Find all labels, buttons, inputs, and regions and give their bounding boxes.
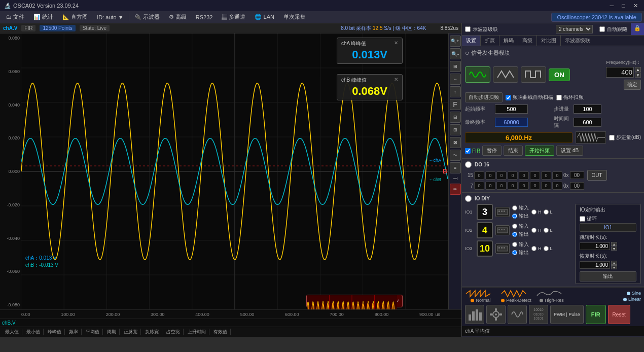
svg-rect-9 — [498, 247, 500, 249]
auto-follow-label: 自动跟随 — [607, 26, 627, 33]
freq-up-btn[interactable]: ▲ — [635, 67, 641, 72]
pause-btn[interactable]: 暂停 — [482, 146, 502, 156]
grid-btn[interactable]: ⊞ — [450, 61, 461, 72]
do16-cell[interactable]: 0 — [496, 182, 507, 190]
freq-down-btn[interactable]: ▼ — [635, 73, 641, 78]
do16-cell[interactable]: 0 — [552, 171, 562, 180]
duration-down[interactable]: ▼ — [611, 247, 617, 251]
menu-rs232[interactable]: RS232 — [192, 13, 217, 21]
do16-radio[interactable] — [465, 161, 472, 168]
add-btn[interactable]: ⊞ — [450, 124, 461, 135]
do16-cell[interactable]: 0 — [485, 171, 495, 180]
do16-cell[interactable]: 0 — [541, 182, 551, 190]
channels-select[interactable]: 2 channels — [556, 25, 593, 33]
erase-btn[interactable]: ✏ — [450, 184, 461, 195]
tab-advanced[interactable]: 高级 — [518, 36, 537, 46]
tab-settings[interactable]: 设置 — [462, 36, 481, 46]
auto-sweep-btn[interactable]: 自动步进扫频 — [465, 92, 503, 102]
resume-up[interactable]: ▲ — [611, 261, 617, 265]
minimize-btn[interactable]: ─ — [608, 3, 616, 9]
menu-id[interactable]: ID: auto ▼ — [93, 13, 127, 21]
normal-mode[interactable]: Normal — [465, 290, 496, 303]
cha-peak-close[interactable]: ✕ — [394, 40, 398, 47]
menu-single-acq[interactable]: 单次采集 — [279, 12, 310, 22]
grid3-btn[interactable]: ≡ — [450, 162, 461, 173]
step-db-check[interactable]: 步进量(dB) — [609, 134, 641, 141]
tab-cascade[interactable]: 示波器级联 — [561, 36, 594, 46]
on-button[interactable]: ON — [549, 68, 570, 81]
menu-multichannel[interactable]: ▦ 多通道 — [218, 12, 249, 22]
wave-triangle-btn[interactable] — [493, 66, 518, 83]
start-freq-input[interactable] — [495, 104, 528, 114]
grid2-btn[interactable]: ⊟ — [450, 112, 461, 123]
do16-cell[interactable]: 0 — [519, 171, 529, 180]
wave-square-btn[interactable] — [521, 66, 546, 83]
lock-btn[interactable]: 🔒 — [631, 23, 644, 35]
set-db-btn[interactable]: 设置 dB — [556, 146, 583, 156]
menu-stats[interactable]: 📊 统计 — [29, 12, 57, 22]
auto-follow-checkbox[interactable] — [599, 26, 605, 32]
tab-compare[interactable]: 对比图 — [537, 36, 561, 46]
wave-sine-btn[interactable] — [465, 66, 490, 83]
do16-cell[interactable]: 0 — [530, 171, 540, 180]
do16-cell[interactable]: 0 — [508, 171, 518, 180]
high-res-mode[interactable]: High-Res — [536, 290, 567, 303]
do16-cell[interactable]: 0 — [496, 171, 507, 180]
do16-cell[interactable]: 0 — [552, 182, 562, 190]
do16-cell[interactable]: 0 — [474, 182, 484, 190]
do16-hex2[interactable] — [570, 182, 584, 190]
peak-detect-mode[interactable]: Peak-Detect — [500, 290, 532, 303]
freq-curve-check[interactable]: 频响曲线自动扫描 — [506, 94, 553, 101]
end-freq-input[interactable] — [495, 118, 528, 127]
menu-lan[interactable]: 🌐 LAN — [251, 13, 278, 21]
do16-cell[interactable]: 0 — [474, 171, 484, 180]
do16-cell[interactable]: 0 — [530, 182, 540, 190]
measure-btn[interactable]: F — [450, 99, 461, 110]
start-sweep-btn[interactable]: 开始扫频 — [525, 146, 554, 156]
do16-cell[interactable]: 0 — [519, 182, 529, 190]
gear-btn[interactable] — [486, 305, 506, 324]
end-btn[interactable]: 结束 — [504, 146, 523, 156]
fir-checkbox[interactable]: FIR — [465, 148, 480, 154]
duration-input[interactable] — [580, 242, 610, 250]
waveform-canvas[interactable]: chA 峰峰值 ✕ 0.013V chB 峰峰值 ✕ 0.068V — [21, 33, 448, 309]
cursor-v-btn[interactable]: ↕ — [450, 86, 461, 97]
menu-file[interactable]: 🗂 文件 — [2, 12, 28, 22]
zoom-in-btn[interactable]: 🔍+ — [450, 36, 461, 47]
duration-up[interactable]: ▲ — [611, 242, 617, 246]
menu-histogram[interactable]: 📐 直方图 — [58, 12, 92, 22]
do16-cell[interactable]: 0 — [541, 171, 551, 180]
cursor-h-btn[interactable]: ↔ — [450, 74, 461, 85]
menu-oscilloscope[interactable]: 🔌 示波器 — [130, 12, 164, 22]
bar-chart-btn[interactable] — [465, 305, 484, 324]
freq-value-input[interactable] — [606, 67, 634, 78]
wave-shape-btn[interactable] — [508, 305, 527, 324]
pwm-pulse-btn[interactable]: PWM | Pulse — [550, 305, 584, 324]
binary-btn[interactable]: 100100101010101 — [529, 305, 548, 324]
resume-down[interactable]: ▼ — [611, 265, 617, 269]
io-output-btn[interactable]: 输出 — [580, 271, 636, 281]
menu-advanced[interactable]: ⚙ 高级 — [165, 12, 191, 22]
fir-btn[interactable]: FIR — [586, 305, 606, 324]
do16-cell[interactable]: 0 — [485, 182, 495, 190]
radio-signal-gen[interactable]: ○ — [465, 49, 469, 57]
do16-cell[interactable]: 0 — [508, 182, 518, 190]
sub-btn[interactable]: ⊠ — [450, 137, 461, 148]
resume-input[interactable] — [580, 261, 610, 269]
do16-hex1[interactable] — [570, 171, 584, 179]
maximize-btn[interactable]: □ — [620, 3, 627, 9]
interval-input[interactable] — [574, 118, 601, 127]
out-btn[interactable]: OUT — [587, 170, 607, 181]
wave-btn[interactable]: 〜 — [450, 150, 461, 161]
reset-btn[interactable]: Reset — [608, 305, 630, 324]
oscilloscope-cascade-checkbox[interactable] — [465, 26, 471, 32]
step-input[interactable] — [574, 104, 601, 114]
zoom-out-btn[interactable]: 🔍- — [450, 48, 461, 59]
tab-decode[interactable]: 解码 — [499, 36, 518, 46]
tab-expand[interactable]: 扩展 — [481, 36, 499, 46]
io-diy-radio[interactable] — [465, 195, 472, 202]
chb-peak-close[interactable]: ✕ — [394, 77, 398, 84]
confirm-btn[interactable]: 确定 — [624, 80, 641, 90]
close-btn[interactable]: ✕ — [631, 3, 640, 9]
loop-check[interactable]: 循环扫频 — [556, 94, 584, 101]
